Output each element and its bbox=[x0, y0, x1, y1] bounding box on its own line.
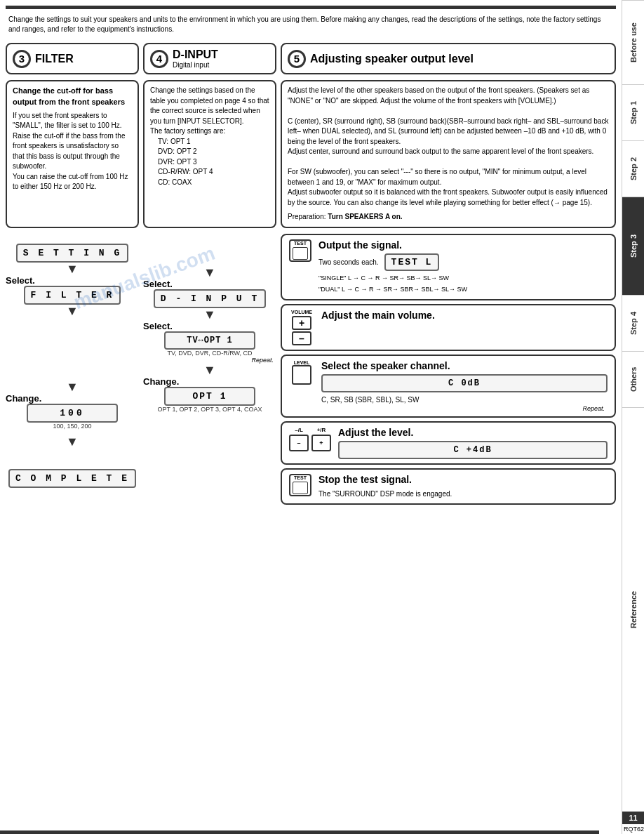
filter-display: F I L T E R bbox=[24, 286, 121, 305]
test-display: TEST L bbox=[384, 253, 440, 271]
col-3-content: Change the cut-off for bass output from … bbox=[6, 80, 139, 228]
level-adj-display: C +4dB bbox=[338, 441, 608, 459]
col-4-content: Change the settings based on the table y… bbox=[143, 80, 276, 228]
channel-display: C 0dB bbox=[321, 374, 608, 392]
dinput-display: D - I N P U T bbox=[154, 289, 266, 308]
options-list: TV, DVD, DVR, CD-R/RW, CD bbox=[167, 350, 252, 357]
two-seconds-label: Two seconds each. bbox=[318, 258, 379, 266]
arrow-1: ▼ bbox=[66, 263, 79, 275]
change-left-options: 100, 150, 200 bbox=[53, 423, 91, 430]
arrow-m1: ▼ bbox=[203, 266, 216, 279]
section-3-number: 3 bbox=[13, 50, 31, 68]
arrow-4: ▼ bbox=[66, 435, 79, 448]
section-3-body: If you set the front speakers to "SMALL"… bbox=[13, 111, 132, 192]
change-label-mid: Change. bbox=[143, 376, 179, 387]
section-3-title: FILTER bbox=[35, 53, 74, 65]
page-number: 11 bbox=[622, 812, 644, 824]
section-4-subtitle: Digital input bbox=[173, 61, 218, 69]
change-mid-options: OPT 1, OPT 2, OPT 3, OPT 4, COAX bbox=[158, 406, 262, 413]
output-signal-title: Output the signal. bbox=[318, 239, 608, 251]
model-number: RQT6250 bbox=[622, 824, 644, 834]
select-channel-title: Select the speaker channel. bbox=[321, 360, 608, 371]
section-4-header: 4 D-INPUT Digital input bbox=[143, 43, 276, 74]
single-line: "SINGLE" L → C → R → SR→ SB→ SL→ SW bbox=[318, 274, 608, 284]
volume-control: VOLUME + – bbox=[289, 310, 314, 345]
bottom-bar bbox=[0, 830, 599, 834]
change-mid-display: OPT 1 bbox=[164, 387, 255, 406]
level-label: LEVEL bbox=[294, 360, 310, 365]
right-steps-col: TEST Output the signal. Two seconds each… bbox=[281, 234, 616, 505]
select-channel-content: Select the speaker channel. C 0dB C, SR,… bbox=[321, 360, 608, 412]
output-signal-block: TEST Output the signal. Two seconds each… bbox=[281, 234, 616, 300]
select-label-mid2: Select. bbox=[143, 321, 173, 331]
stop-signal-content: Stop the test signal. The "SURROUND" DSP… bbox=[318, 474, 608, 499]
preparation-text: Preparation: Turn SPEAKERS A on. bbox=[288, 212, 609, 223]
adjust-volume-block: VOLUME + – Adjust the main volume. bbox=[281, 304, 616, 351]
section-3-heading: Change the cut-off for bass output from … bbox=[13, 86, 132, 108]
sidebar-reference: Reference bbox=[622, 407, 644, 812]
change-left-display: 100 bbox=[27, 404, 118, 423]
sidebar-step3: Step 3 bbox=[622, 197, 644, 295]
select-label-mid: Select. bbox=[143, 279, 173, 289]
section-4-body: Change the settings based on the table y… bbox=[150, 86, 269, 187]
minus-label: –/L bbox=[295, 427, 303, 433]
level-control: LEVEL bbox=[289, 360, 314, 385]
content-row: Change the cut-off for bass output from … bbox=[6, 80, 616, 228]
sidebar-step4: Step 4 bbox=[622, 295, 644, 351]
minus-btn[interactable]: – bbox=[289, 435, 309, 451]
section-3-header: 3 FILTER bbox=[6, 43, 139, 74]
stop-signal-block: TEST Stop the test signal. The "SURROUND… bbox=[281, 468, 616, 505]
arrow-2: ▼ bbox=[66, 305, 79, 317]
adjust-level-block: –/L – +/R + Adjust the level. C +4dB bbox=[281, 421, 616, 465]
arrow-m3: ▼ bbox=[203, 364, 216, 376]
section-5-body: Adjust the level of the other speakers b… bbox=[288, 86, 609, 208]
section-4-title: D-INPUT bbox=[173, 48, 218, 61]
sidebar-others: Others bbox=[622, 351, 644, 407]
select-label-left: Select. bbox=[6, 275, 35, 286]
plus-btn[interactable]: + bbox=[311, 435, 331, 451]
plus-label: +/R bbox=[317, 427, 326, 433]
level-box[interactable] bbox=[292, 365, 311, 385]
adjust-volume-title: Adjust the main volume. bbox=[321, 310, 608, 321]
right-sidebar: Before use Step 1 Step 2 Step 3 Step 4 O… bbox=[622, 0, 644, 834]
mid-steps-col: ▼ Select. D - I N P U T ▼ Select. TV↔OPT… bbox=[143, 234, 276, 505]
change-label-left: Change. bbox=[6, 393, 41, 404]
section-headers: 3 FILTER 4 D-INPUT Digital input 5 Adjus… bbox=[6, 43, 616, 74]
tv-display: TV↔OPT 1 bbox=[164, 331, 255, 350]
test-button-2[interactable]: TEST bbox=[289, 474, 311, 496]
volume-plus-btn[interactable]: + bbox=[292, 316, 311, 330]
select-channel-block: LEVEL Select the speaker channel. C 0dB … bbox=[281, 355, 616, 418]
adjust-level-content: Adjust the level. C +4dB bbox=[338, 427, 608, 459]
adjust-volume-content: Adjust the main volume. bbox=[321, 310, 608, 324]
col-5-content: Adjust the level of the other speakers b… bbox=[281, 80, 616, 228]
repeat-label-mid: Repeat. bbox=[251, 357, 274, 364]
adjust-level-title: Adjust the level. bbox=[338, 427, 608, 438]
section-5-number: 5 bbox=[288, 50, 306, 68]
volume-minus-btn[interactable]: – bbox=[292, 331, 311, 345]
dual-line: "DUAL" L → C → R → SR→ SBR→ SBL→ SL→ SW bbox=[318, 285, 608, 295]
setting-display: S E T T I N G bbox=[16, 244, 128, 263]
output-signal-content: Output the signal. Two seconds each. TES… bbox=[318, 239, 608, 295]
section-4-number: 4 bbox=[150, 50, 168, 68]
section-5-header: 5 Adjusting speaker output level bbox=[281, 43, 616, 74]
volume-label: VOLUME bbox=[291, 310, 312, 315]
left-steps-col: S E T T I N G ▼ Select. F I L T E R ▼ ▼ … bbox=[6, 234, 139, 505]
arrow-m2: ▼ bbox=[203, 308, 216, 321]
section-5-title: Adjusting speaker output level bbox=[310, 53, 474, 65]
adjust-level-btns: –/L – +/R + bbox=[289, 427, 331, 451]
arrow-3: ▼ bbox=[66, 380, 79, 393]
sidebar-step1: Step 1 bbox=[622, 84, 644, 140]
complete-display: C O M P L E T E bbox=[8, 469, 136, 488]
sidebar-step2: Step 2 bbox=[622, 140, 644, 197]
sidebar-before-use: Before use bbox=[622, 0, 644, 84]
steps-area: S E T T I N G ▼ Select. F I L T E R ▼ ▼ … bbox=[6, 234, 616, 505]
repeat-label-right: Repeat. bbox=[321, 405, 605, 412]
test-button-1[interactable]: TEST bbox=[289, 239, 311, 262]
top-description: Change the settings to suit your speaker… bbox=[6, 13, 616, 36]
stop-signal-title: Stop the test signal. bbox=[318, 474, 608, 485]
channel-list: C, SR, SB (SBR, SBL), SL, SW bbox=[321, 395, 608, 405]
stop-signal-note: The "SURROUND" DSP mode is engaged. bbox=[318, 489, 608, 499]
